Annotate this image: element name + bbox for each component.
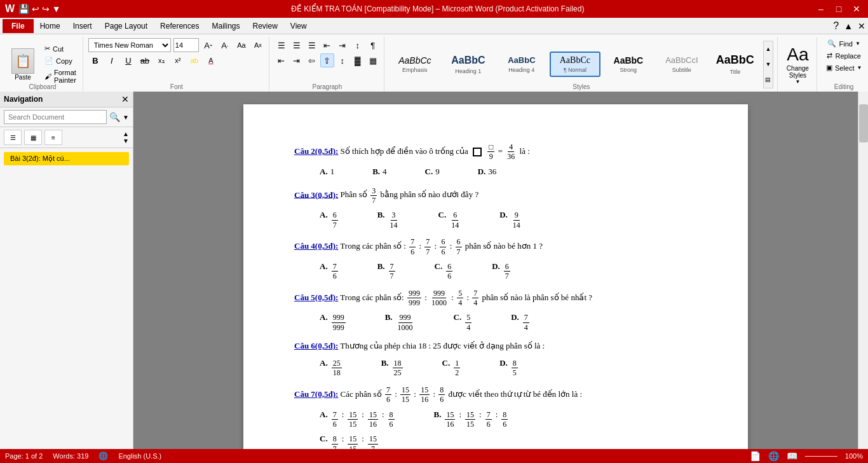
font-size-input[interactable] — [173, 38, 199, 52]
change-case-button[interactable]: Aa — [234, 38, 248, 52]
paragraph-label: Paragraph — [271, 83, 384, 90]
select-button[interactable]: ▣ Select ▼ — [822, 62, 866, 73]
style-heading1[interactable]: AaBbC Heading 1 — [443, 51, 494, 77]
select-icon: ▣ — [826, 64, 832, 72]
justify-button[interactable]: ⇧ — [320, 53, 334, 67]
styles-group: AaBbCc Emphasis AaBbC Heading 1 AaBbC He… — [386, 37, 778, 92]
maximize-button[interactable]: □ — [832, 4, 845, 14]
bold-button[interactable]: B — [88, 53, 102, 67]
increase-indent-button[interactable]: ⇥ — [336, 38, 349, 52]
insert-menu[interactable]: Insert — [67, 19, 98, 33]
clipboard-group: 📋 Paste ✂ Cut 📄 Copy 🖌 Format Painter — [3, 37, 83, 92]
select-arrow: ▼ — [857, 65, 862, 71]
change-styles-icon: Aa — [787, 45, 808, 65]
decrease-indent-button[interactable]: ⇤ — [320, 38, 334, 52]
normal-label: ¶ Normal — [564, 67, 587, 73]
show-hide-button[interactable]: ¶ — [366, 38, 380, 52]
clipboard-label: Clipboard — [3, 83, 83, 90]
nav-header: Navigation ✕ — [0, 92, 133, 94]
sort-button[interactable]: ↕ — [351, 38, 365, 52]
minimize-button[interactable]: – — [815, 4, 827, 14]
font-name-select[interactable]: Times New Roman — [88, 38, 171, 52]
mailings-menu[interactable]: Mailings — [205, 19, 246, 33]
find-button[interactable]: 🔍 Find ▼ — [824, 38, 864, 49]
editing-group: 🔍 Find ▼ ⇄ Replace ▣ Select ▼ Editing — [818, 37, 868, 92]
page-layout-menu[interactable]: Page Layout — [98, 19, 154, 33]
word-icon: W — [5, 3, 15, 15]
multilevel-button[interactable]: ☰ — [305, 38, 319, 52]
normal-preview: AaBbCc — [560, 55, 590, 66]
title-preview: AaBbC — [716, 53, 754, 67]
close-ribbon-icon[interactable]: ✕ — [858, 21, 865, 31]
close-button[interactable]: ✕ — [850, 4, 863, 14]
align-left-button[interactable]: ⇤ — [275, 53, 288, 67]
right-scrollbar[interactable] — [858, 92, 868, 94]
style-normal[interactable]: AaBbCc ¶ Normal — [550, 52, 600, 78]
change-styles-button[interactable]: Aa ChangeStyles ▼ — [783, 41, 813, 88]
subscript-button[interactable]: x₂ — [154, 53, 168, 67]
paste-label: Paste — [15, 74, 31, 81]
superscript-button[interactable]: x² — [171, 53, 185, 67]
strikethrough-button[interactable]: ab — [138, 53, 152, 67]
copy-button[interactable]: 📄 Copy — [42, 55, 79, 66]
align-right-button[interactable]: ⇦ — [305, 53, 319, 67]
style-title[interactable]: AaBbC Title — [710, 50, 761, 78]
styles-label: Styles — [386, 83, 777, 90]
grow-font-button[interactable]: A+ — [201, 38, 215, 52]
navigation-panel: Navigation ✕ 🔍 ▼ ☰ ▦ ≡ ▲ ▼ Bài 3(2đ): Mộ… — [0, 92, 133, 94]
minimize-ribbon-icon[interactable]: ▲ — [844, 21, 853, 31]
change-styles-label: ChangeStyles — [787, 65, 809, 79]
window-title: ĐỀ KIỂM TRA TOÁN [Compatibility Mode] – … — [61, 4, 815, 13]
paste-icon: 📋 — [11, 48, 34, 74]
change-styles-group: Aa ChangeStyles ▼ . — [779, 37, 817, 92]
clear-formatting-button[interactable]: Ax — [251, 38, 265, 52]
format-painter-icon: 🖌 — [44, 73, 51, 80]
paragraph-group: ☰ ☰ ☰ ⇤ ⇥ ↕ ¶ ⇤ ⇥ ⇦ ⇧ ↕ ▓ ▦ Pa — [271, 37, 384, 92]
italic-button[interactable]: I — [105, 53, 119, 67]
font-label: Font — [85, 83, 269, 90]
style-strong[interactable]: AaBbC Strong — [603, 52, 654, 77]
underline-button[interactable]: U — [121, 53, 135, 67]
subtitle-label: Subtitle — [672, 67, 691, 73]
subtitle-preview: AaBbCcI — [665, 55, 698, 66]
format-painter-button[interactable]: 🖌 Format Painter — [42, 67, 79, 85]
style-emphasis[interactable]: AaBbCc Emphasis — [390, 52, 440, 77]
ribbon: 📋 Paste ✂ Cut 📄 Copy 🖌 Format Painter — [0, 34, 868, 94]
bullets-button[interactable]: ☰ — [275, 38, 288, 52]
editing-label: Editing — [818, 83, 868, 90]
highlight-button[interactable]: ab — [187, 53, 201, 67]
numbering-button[interactable]: ☰ — [290, 38, 304, 52]
references-menu[interactable]: References — [154, 19, 205, 33]
styles-scroll[interactable]: ▲ ▼ ▤ — [763, 41, 773, 88]
style-subtitle[interactable]: AaBbCcI Subtitle — [656, 52, 707, 76]
emphasis-label: Emphasis — [402, 67, 428, 73]
heading1-preview: AaBbC — [451, 54, 485, 66]
replace-button[interactable]: ⇄ Replace — [823, 50, 864, 61]
view-menu[interactable]: View — [284, 19, 313, 33]
help-icon[interactable]: ? — [833, 20, 839, 32]
emphasis-preview: AaBbCc — [398, 55, 431, 66]
font-color-button[interactable]: A — [204, 53, 218, 67]
shrink-font-button[interactable]: A- — [218, 38, 232, 52]
title-bar: W 💾 ↩ ↪ ▼ ĐỀ KIỂM TRA TOÁN [Compatibilit… — [0, 0, 868, 18]
cut-icon: ✂ — [44, 45, 50, 53]
style-heading4[interactable]: AaBbC Heading 4 — [496, 52, 547, 76]
review-menu[interactable]: Review — [246, 19, 283, 33]
font-group: Times New Roman A+ A- Aa Ax B I U ab x₂ … — [85, 37, 269, 92]
center-button[interactable]: ⇥ — [290, 53, 304, 67]
shading-button[interactable]: ▓ — [351, 53, 365, 67]
home-menu[interactable]: Home — [34, 19, 67, 33]
cut-button[interactable]: ✂ Cut — [42, 43, 79, 54]
line-spacing-button[interactable]: ↕ — [336, 53, 349, 67]
copy-icon: 📄 — [44, 57, 53, 65]
document-area[interactable]: Câu 2(0,5đ): Số thích hợp để điền vào ô … — [133, 92, 858, 94]
menu-bar: File Home Insert Page Layout References … — [0, 18, 868, 34]
find-icon: 🔍 — [827, 39, 836, 48]
file-menu[interactable]: File — [3, 19, 34, 33]
paste-button[interactable]: 📋 Paste — [6, 46, 39, 83]
heading4-label: Heading 4 — [508, 67, 534, 73]
borders-button[interactable]: ▦ — [366, 53, 380, 67]
find-arrow: ▼ — [855, 41, 860, 46]
replace-icon: ⇄ — [827, 52, 832, 60]
change-styles-arrow: ▼ — [795, 79, 800, 85]
